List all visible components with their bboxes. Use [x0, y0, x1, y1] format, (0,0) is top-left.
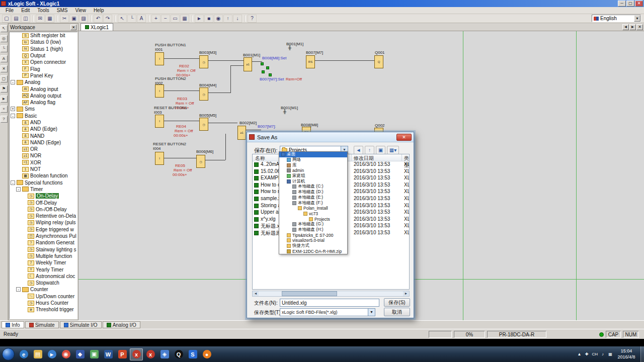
- bottom-tab[interactable]: Simulate I/O: [60, 321, 102, 328]
- toolbar-icon[interactable]: [148, 15, 149, 22]
- tree-item[interactable]: hi Status 1 (high): [10, 46, 77, 52]
- tree-item[interactable]: ◷ On-/Off-Delay: [10, 206, 77, 213]
- fbd-block[interactable]: [262, 70, 265, 73]
- tree-item[interactable]: ? Random Generat: [10, 239, 77, 246]
- menu-item[interactable]: Help: [90, 8, 108, 13]
- tree-item[interactable]: F Flag: [10, 65, 77, 72]
- fbd-block[interactable]: I: [155, 52, 164, 65]
- taskbar-clock[interactable]: 15:04 2016/4/8: [614, 348, 639, 360]
- tab-scroll-right-icon[interactable]: ►: [629, 24, 636, 30]
- tree-item[interactable]: & AND: [10, 119, 77, 126]
- flag-tool-icon[interactable]: ⚑: [1, 85, 8, 93]
- tree-item[interactable]: 1 NOT: [10, 166, 77, 172]
- menu-item[interactable]: Edit: [18, 8, 33, 13]
- tree-item[interactable]: AF Analog flag: [10, 99, 77, 106]
- workspace-close-icon[interactable]: ✕: [70, 25, 76, 30]
- tree-item[interactable]: Q Output: [10, 52, 77, 59]
- up-folder-button[interactable]: ↑: [365, 146, 374, 154]
- location-item[interactable]: Polan_Install: [279, 206, 347, 211]
- tree-item[interactable]: - Basic: [10, 113, 77, 119]
- fbd-block[interactable]: ◷: [199, 118, 208, 131]
- pointer-tool-icon[interactable]: ↖: [1, 25, 8, 32]
- toolbar-icon[interactable]: [91, 15, 92, 22]
- cut-icon[interactable]: ✂: [60, 15, 69, 23]
- fbd-block[interactable]: [269, 73, 272, 76]
- help-icon[interactable]: ?: [248, 15, 257, 23]
- tree-item[interactable]: ≥1 OR: [10, 146, 77, 152]
- taskbar-ie[interactable]: e: [17, 348, 30, 360]
- tree-item[interactable]: - Analog: [10, 79, 77, 85]
- views-button[interactable]: ▦▾: [387, 146, 399, 154]
- chevron-down-icon[interactable]: ▼: [634, 15, 640, 22]
- help-tool-icon[interactable]: ?: [1, 116, 8, 123]
- copy-icon[interactable]: ▣: [69, 15, 78, 23]
- tree-item[interactable]: S Shift register bit: [10, 32, 77, 39]
- monitor-icon[interactable]: ◉: [214, 15, 223, 23]
- show-desktop-button[interactable]: [640, 346, 644, 362]
- sms-icon[interactable]: ✉: [36, 15, 45, 23]
- location-item[interactable]: admin: [279, 168, 347, 173]
- fbd-block[interactable]: ◷: [199, 55, 208, 68]
- stop-icon[interactable]: ■: [204, 15, 213, 23]
- tree-item[interactable]: ◷ On-Delay: [10, 193, 77, 199]
- tree-item[interactable]: 7 Weekly Timer: [10, 259, 77, 266]
- tree-item[interactable]: ◷ Edge triggered w: [10, 226, 77, 233]
- back-button[interactable]: ◄: [354, 146, 363, 154]
- tree-item[interactable]: ↑↓ Up/Down counter: [10, 293, 77, 300]
- toolbar-icon[interactable]: [115, 15, 116, 22]
- tab-close-icon[interactable]: ✕: [636, 24, 643, 30]
- dialog-title-bar[interactable]: Save As ✕: [247, 132, 414, 142]
- text-tool-icon[interactable]: A: [137, 15, 146, 23]
- paste-icon[interactable]: ▨: [79, 15, 88, 23]
- taskbar-app-blue-2[interactable]: ◈: [158, 348, 171, 360]
- block-tool-icon[interactable]: ▢: [1, 75, 8, 82]
- tree-item[interactable]: ☾ Astronomical cloc: [10, 273, 77, 280]
- zoom-in-icon[interactable]: +: [151, 15, 160, 23]
- tree-item[interactable]: - Counter: [10, 286, 77, 293]
- fbd-block[interactable]: [266, 66, 269, 69]
- minimize-button[interactable]: ─: [618, 1, 626, 7]
- text-tool-icon[interactable]: A: [1, 55, 8, 62]
- taskbar-xlogic-2[interactable]: x: [144, 348, 157, 360]
- location-item[interactable]: EXM-12DC-DA-R-HMI.zip: [279, 248, 347, 254]
- tray-expand-icon[interactable]: ▲: [577, 352, 582, 357]
- fbd-block[interactable]: ◷: [196, 155, 205, 168]
- location-item[interactable]: 快捷方式: [279, 243, 347, 249]
- location-item[interactable]: 家庭组: [279, 173, 347, 179]
- toolbar-icon[interactable]: [245, 15, 246, 22]
- taskbar-media-player[interactable]: ►: [45, 348, 58, 360]
- column-name[interactable]: 名称: [255, 155, 265, 162]
- tree-item[interactable]: =1 XOR: [10, 159, 77, 166]
- toolbar-icon[interactable]: [192, 15, 193, 22]
- horizontal-scrollbar[interactable]: ◄ ►: [252, 291, 410, 297]
- toolbar-icon[interactable]: [33, 15, 34, 22]
- tree-item[interactable]: ◷ Off-Delay: [10, 199, 77, 206]
- new-folder-button[interactable]: ▣: [376, 146, 385, 154]
- menu-item[interactable]: View: [71, 8, 90, 13]
- fbd-block[interactable]: I: [155, 84, 164, 98]
- fbd-block[interactable]: I: [155, 115, 164, 128]
- open-file-icon[interactable]: ▤: [12, 15, 21, 23]
- close-button[interactable]: ✕: [635, 1, 643, 7]
- fbd-block[interactable]: Q: [374, 55, 383, 68]
- fbd-block[interactable]: ≥1: [237, 126, 246, 140]
- cancel-button[interactable]: 取消: [384, 308, 410, 316]
- fbd-block[interactable]: [261, 62, 264, 65]
- location-item[interactable]: 网络: [279, 157, 347, 163]
- dialog-close-button[interactable]: ✕: [396, 134, 412, 141]
- taskbar-app-blue[interactable]: ◆: [73, 348, 87, 360]
- tree-item[interactable]: ◫ Asynchronous Pul: [10, 233, 77, 239]
- tree-expander-icon[interactable]: -: [16, 287, 21, 292]
- toolbar-icon[interactable]: [57, 15, 58, 22]
- taskbar-explorer[interactable]: ▤: [31, 348, 44, 360]
- scroll-left-icon[interactable]: ◄: [253, 291, 259, 296]
- fbd-block[interactable]: RS: [306, 55, 315, 68]
- column-date[interactable]: 修改日期: [354, 155, 374, 162]
- tree-item[interactable]: - Timer: [10, 186, 77, 193]
- scroll-right-icon[interactable]: ►: [403, 291, 409, 296]
- wire-tool-icon[interactable]: └: [1, 45, 8, 52]
- tab-scroll-left-icon[interactable]: ◄: [622, 24, 629, 30]
- location-item[interactable]: vc73: [279, 211, 347, 217]
- tree-expander-icon[interactable]: -: [11, 114, 15, 118]
- tree-expander-icon[interactable]: -: [11, 180, 15, 185]
